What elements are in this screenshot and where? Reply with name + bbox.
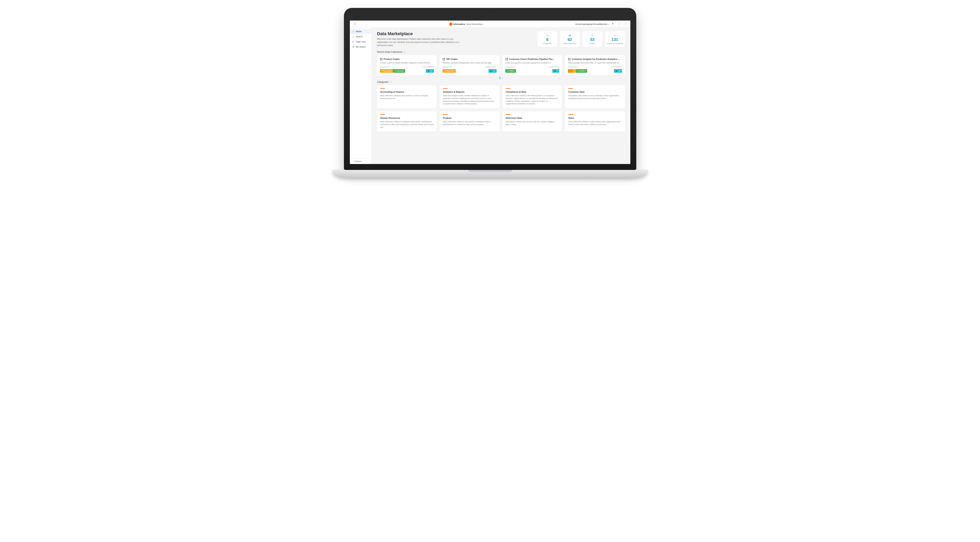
svg-rect-15 [570,59,570,60]
consumers-label: CONSUMERS [422,66,434,68]
chevron-left-icon: ‹ [352,160,353,163]
consumers-label: CONSUMERS [485,66,496,68]
stats-row: ◎8Categories▦62Data Collections☷53Orders… [538,31,625,47]
status-bar-segment [405,69,426,73]
sidebar-item-search[interactable]: ⌕Search [350,34,371,39]
category-description: Data collections related to sales made b… [568,120,622,126]
info-icon[interactable]: i [389,81,391,83]
carousel-pager [377,78,625,79]
accent-bar [568,114,573,115]
sidebar-item-home[interactable]: ⌂Home [350,29,371,34]
accent-bar [568,88,573,89]
accent-bar [506,88,511,89]
search-icon: ⌕ [352,35,355,38]
page-title: Data Marketplace [377,31,531,37]
link-icon: ⎋ [352,40,355,43]
laptop-base [332,170,648,178]
svg-rect-14 [568,59,569,60]
recent-label: Recent Data Collections [377,51,402,53]
status-bar-segment [516,69,552,73]
help-button[interactable]: ? [623,22,628,27]
collection-title: Customer Insights for Predictive Analyti… [572,58,620,60]
stat-value: 8 [546,37,548,42]
categories-section-title: Categories i [377,81,625,83]
sidebar-item-label: Home [356,30,362,33]
category-title: Customer Data [568,91,622,93]
collection-title: Customer Churn Prediction Pipeline Pac..… [509,58,555,60]
category-title: Product [443,117,496,119]
collection-card[interactable]: Customer Insights for Predictive Analyti… [565,55,625,75]
category-card[interactable]: Reference Data Data which confirms the c… [503,112,562,132]
status-bar-segment [456,69,488,73]
svg-rect-5 [444,58,445,59]
stat-categories[interactable]: ◎8Categories [538,31,557,47]
stat-label: Data Collections [563,43,576,45]
category-description: Data collections related to the process … [380,94,434,100]
requests-label: REQUESTS [442,66,452,68]
camera-dot [489,10,491,12]
stat-value: 62 [568,37,572,42]
accent-bar [443,88,448,89]
sidebar-item-my-orders[interactable]: ☰My Orders [350,44,371,49]
status-bar-segment: 2 Fulfilled [505,69,516,73]
category-card[interactable]: Accounting & Finance Data collections re… [377,85,437,108]
status-bar: 1 Requested1 Approved10 [380,69,434,73]
brand-name: Informatica [453,23,465,25]
svg-rect-4 [443,58,444,59]
laptop-frame: ⠿ Informatica Data Marketplace mmodi-qas… [344,8,636,178]
user-button[interactable]: ☖ [617,22,622,27]
grid-icon: ⠿ [354,22,356,26]
stat-icon: ☷ [591,34,593,37]
collection-card[interactable]: Product Codes Product code is a unique i… [377,55,437,75]
svg-rect-7 [444,59,445,60]
stat-label: Orders [590,43,595,45]
accent-bar [380,114,385,115]
collection-card[interactable]: SIC Codes Standard Industrial Classifica… [440,55,500,75]
category-description: Data collections related to any article … [443,120,496,126]
help-icon: ? [625,23,626,25]
category-description: Data which confirms the correct code for… [506,120,559,126]
status-bar-segment: 15 [614,69,622,73]
stat-consumer-accesses[interactable]: ⚷131Consumer Accesses [605,31,625,47]
category-card[interactable]: Human Resources Data collections related… [377,112,437,132]
category-card[interactable]: Compliance & Risk Data collections relat… [503,85,562,108]
stat-orders[interactable]: ☷53Orders [582,31,602,47]
status-bar-segment [587,69,614,73]
category-card[interactable]: Product Data collections related to any … [440,112,500,132]
sidebar: ⌂Home⌕Search⎋Data I Use☰My Orders ‹ Coll… [350,28,372,164]
app-switcher-button[interactable]: ⠿ [352,22,357,27]
collection-description: Model and pipeline to provide analytics … [505,61,560,64]
stat-icon: ⚷ [614,34,616,37]
status-bar-segment: 1 [568,69,572,73]
category-card[interactable]: Customer Data Descriptive data related t… [565,85,625,108]
consumers-label: CONSUMERS [548,66,559,68]
svg-rect-11 [507,59,508,60]
home-icon: ⌂ [352,30,355,33]
collapse-label: Collapse [354,160,362,163]
status-bar-segment: 10 [426,69,434,73]
category-card[interactable]: Sales Data collections related to sales … [565,112,625,132]
collection-card[interactable]: Customer Churn Prediction Pipeline Pac..… [503,55,562,75]
collection-title: Product Codes [383,58,400,60]
svg-rect-3 [382,59,382,60]
sidebar-nav: ⌂Home⌕Search⎋Data I Use☰My Orders [350,28,371,51]
svg-rect-2 [380,59,381,60]
notifications-button[interactable]: ⚑ [610,22,615,27]
collapse-sidebar-button[interactable]: ‹ Collapse [350,158,371,164]
stat-label: Categories [543,43,552,45]
status-bar-segment: 1 [572,69,576,73]
category-title: Accounting & Finance [380,91,434,93]
accent-bar [506,114,511,115]
page-description: Welcome to the Data Marketplace! Publish… [377,38,460,47]
collection-description: Standard Industrial Classification (SIC)… [442,61,496,64]
recent-section-title: Recent Data Collections i [377,51,625,53]
info-icon[interactable]: i [403,51,406,53]
sidebar-item-data-i-use[interactable]: ⎋Data I Use [350,39,371,44]
org-switcher[interactable]: mmodi-qastaging-fromselfservice ▾ [575,23,609,25]
header-right: mmodi-qastaging-fromselfservice ▾ ⚑ ☖ ? [575,22,628,27]
svg-rect-0 [380,58,381,59]
pager-dot-1[interactable] [499,78,500,79]
category-card[interactable]: Analytics & Reports Data and Analytics A… [440,85,500,108]
stat-data-collections[interactable]: ▦62Data Collections [560,31,580,47]
pager-dot-2[interactable] [501,78,503,79]
